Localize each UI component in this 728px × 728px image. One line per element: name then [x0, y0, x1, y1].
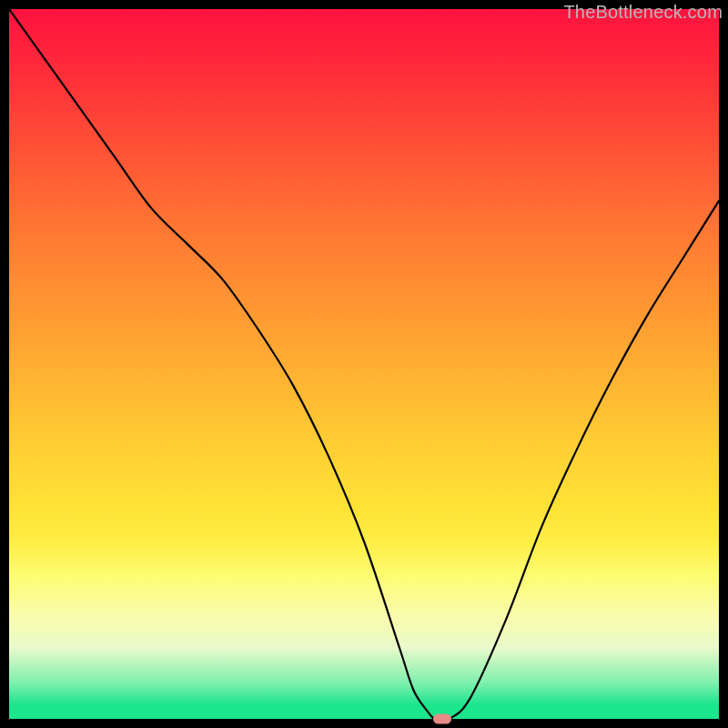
plot-area: [9, 9, 719, 719]
watermark-text: TheBottleneck.com: [563, 2, 723, 23]
bottleneck-curve: [9, 9, 719, 719]
optimal-point-marker: [433, 714, 451, 724]
chart-frame: TheBottleneck.com: [0, 0, 728, 728]
